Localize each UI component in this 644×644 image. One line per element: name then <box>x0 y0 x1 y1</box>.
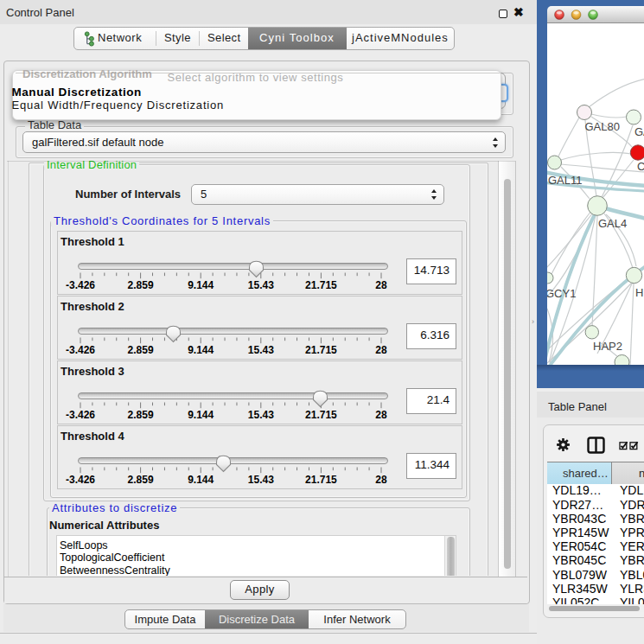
svg-text:HAP2: HAP2 <box>593 340 622 353</box>
svg-text:C: C <box>637 160 644 173</box>
svg-text:GAL4: GAL4 <box>598 217 627 230</box>
svg-text:GAL80: GAL80 <box>585 120 620 133</box>
svg-text:H: H <box>635 286 643 299</box>
svg-text:GAL11: GAL11 <box>548 174 583 187</box>
svg-text:GCY1: GCY1 <box>547 287 576 300</box>
svg-text:GAL: GAL <box>634 125 644 138</box>
